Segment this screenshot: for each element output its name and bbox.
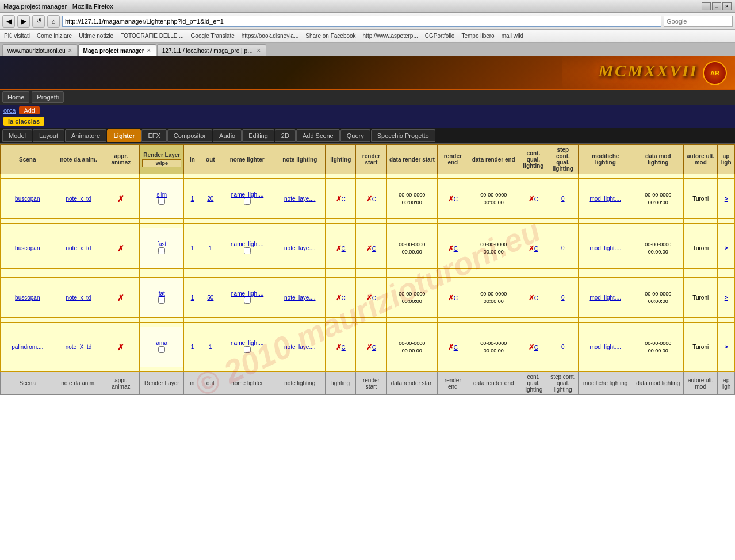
wipe-checkbox[interactable] <box>158 247 165 254</box>
lighting-c-link[interactable]: C <box>342 196 346 202</box>
modifiche-lighting-link[interactable]: mod_light.... <box>589 245 621 251</box>
tab-lighter[interactable]: Lighter <box>107 129 141 142</box>
out-link[interactable]: 1 <box>209 344 212 350</box>
tab-close-1[interactable]: ✕ <box>68 48 72 53</box>
in-link[interactable]: 1 <box>191 294 194 301</box>
scena-link[interactable]: buscopan <box>15 294 40 301</box>
tab-maurizio[interactable]: www.maurizioturoni.eu ✕ <box>2 44 78 56</box>
bookmark-tempo-libero[interactable]: Tempo libero <box>460 32 496 40</box>
tab-layout[interactable]: Layout <box>33 129 64 142</box>
note-lighting-link[interactable]: note_laye.... <box>284 294 315 301</box>
maximize-button[interactable]: □ <box>712 2 721 10</box>
bookmark-cgportfolio[interactable]: CGPortfolio <box>423 32 457 40</box>
tab-efx[interactable]: EFX <box>141 129 166 142</box>
wipe-checkbox[interactable] <box>158 198 165 205</box>
step-cont-qual-link[interactable]: 0 <box>561 245 565 251</box>
scena-link[interactable]: buscopan <box>15 245 40 251</box>
note-da-anim-link[interactable]: note_x_td <box>66 245 91 251</box>
search-input[interactable] <box>664 16 733 27</box>
breadcrumb-orca[interactable]: orca <box>3 107 16 114</box>
tab-editing[interactable]: Editing <box>242 129 274 142</box>
reload-button[interactable]: ↺ <box>32 15 45 28</box>
step-cont-qual-link[interactable]: 0 <box>561 195 565 202</box>
ap-link[interactable]: > <box>725 294 728 301</box>
note-da-anim-link[interactable]: note_x_td <box>66 195 91 202</box>
bookmark-facebook[interactable]: Share on Facebook <box>304 32 357 40</box>
note-lighting-link[interactable]: note_laye.... <box>284 245 315 251</box>
note-da-anim-link[interactable]: note_X_td <box>66 344 92 350</box>
note-lighting-link[interactable]: note_laye.... <box>284 344 315 350</box>
render-layer-link[interactable]: fat <box>159 290 165 297</box>
render-layer-link[interactable]: ama <box>156 340 167 346</box>
out-link[interactable]: 50 <box>207 294 213 301</box>
wipe-checkbox[interactable] <box>158 346 165 353</box>
tab-close-2[interactable]: ✕ <box>147 48 151 53</box>
render-end-c-link[interactable]: C <box>454 196 458 202</box>
cont-qual-c-link[interactable]: C <box>534 196 538 202</box>
nome-lighter-checkbox[interactable] <box>244 247 251 254</box>
ap-link[interactable]: > <box>725 195 728 202</box>
breadcrumb-add[interactable]: Add <box>19 106 40 114</box>
render-end-c-link[interactable]: C <box>454 246 458 252</box>
tab-add-scene[interactable]: Add Scene <box>296 129 340 142</box>
tab-close-3[interactable]: ✕ <box>257 48 261 53</box>
render-end-c-link[interactable]: C <box>454 295 458 301</box>
tab-maga[interactable]: Maga project manager ✕ <box>78 44 156 56</box>
address-input[interactable] <box>62 16 661 27</box>
in-link[interactable]: 1 <box>191 344 194 350</box>
modifiche-lighting-link[interactable]: mod_light.... <box>589 294 621 301</box>
tab-audio[interactable]: Audio <box>213 129 242 142</box>
tab-animatore[interactable]: Animatore <box>65 129 106 142</box>
tab-specchio-progetto[interactable]: Specchio Progetto <box>371 129 435 142</box>
bookmark-disney[interactable]: https://book.disneyla... <box>240 32 301 40</box>
home-nav-link[interactable]: Home <box>2 91 29 103</box>
project-badge[interactable]: la ciaccias <box>3 117 44 126</box>
bookmark-google-translate[interactable]: Google Translate <box>189 32 236 40</box>
cont-qual-c-link[interactable]: C <box>534 246 538 252</box>
in-link[interactable]: 1 <box>191 245 194 251</box>
tab-phpmyadmin[interactable]: 127.1.1 / localhost / maga_pro | phpM...… <box>157 44 266 56</box>
nome-lighter-checkbox[interactable] <box>244 297 251 304</box>
nome-lighter-link[interactable]: name_ligh.... <box>231 290 263 297</box>
render-end-c-link[interactable]: C <box>454 344 458 351</box>
ap-link[interactable]: > <box>725 344 728 350</box>
forward-button[interactable]: ▶ <box>17 15 30 28</box>
bookmark-fotografie[interactable]: FOTOGRAFIE DELLE ... <box>118 32 185 40</box>
tab-query[interactable]: Query <box>340 129 370 142</box>
note-da-anim-link[interactable]: note_x_td <box>66 294 91 301</box>
lighting-c-link[interactable]: C <box>342 246 346 252</box>
back-button[interactable]: ◀ <box>2 15 15 28</box>
minimize-button[interactable]: _ <box>702 2 711 10</box>
render-start-c-link[interactable]: C <box>372 196 376 202</box>
progetti-nav-link[interactable]: Progetti <box>32 91 64 103</box>
render-start-c-link[interactable]: C <box>372 344 376 351</box>
out-link[interactable]: 20 <box>207 195 213 202</box>
tab-2d[interactable]: 2D <box>275 129 296 142</box>
step-cont-qual-link[interactable]: 0 <box>561 344 565 350</box>
cont-qual-c-link[interactable]: C <box>534 344 538 351</box>
modifiche-lighting-link[interactable]: mod_light.... <box>589 344 621 350</box>
render-layer-link[interactable]: slim <box>156 191 167 198</box>
scena-link[interactable]: palindrom.... <box>12 344 43 350</box>
bookmark-ultime-notizie[interactable]: Ultime notizie <box>77 32 115 40</box>
render-start-c-link[interactable]: C <box>372 295 376 301</box>
lighting-c-link[interactable]: C <box>342 295 346 301</box>
wipe-checkbox[interactable] <box>158 297 165 304</box>
nome-lighter-link[interactable]: name_ligh.... <box>231 340 263 346</box>
tab-model[interactable]: Model <box>2 129 32 142</box>
scena-link[interactable]: buscopan <box>15 195 40 202</box>
tab-compositor[interactable]: Compositor <box>167 129 212 142</box>
step-cont-qual-link[interactable]: 0 <box>561 294 565 301</box>
home-button[interactable]: ⌂ <box>47 15 60 28</box>
bookmark-come-iniziare[interactable]: Come iniziare <box>35 32 74 40</box>
window-controls[interactable]: _ □ ✕ <box>702 2 732 10</box>
ap-link[interactable]: > <box>725 245 728 251</box>
cont-qual-c-link[interactable]: C <box>534 295 538 301</box>
bookmark-mail-wiki[interactable]: mail wiki <box>500 32 525 40</box>
nome-lighter-checkbox[interactable] <box>244 346 251 353</box>
render-layer-link[interactable]: fast <box>157 241 166 247</box>
lighting-c-link[interactable]: C <box>342 344 346 351</box>
nome-lighter-link[interactable]: name_ligh.... <box>231 241 263 247</box>
nome-lighter-link[interactable]: name_ligh.... <box>231 191 263 198</box>
in-link[interactable]: 1 <box>191 195 194 202</box>
